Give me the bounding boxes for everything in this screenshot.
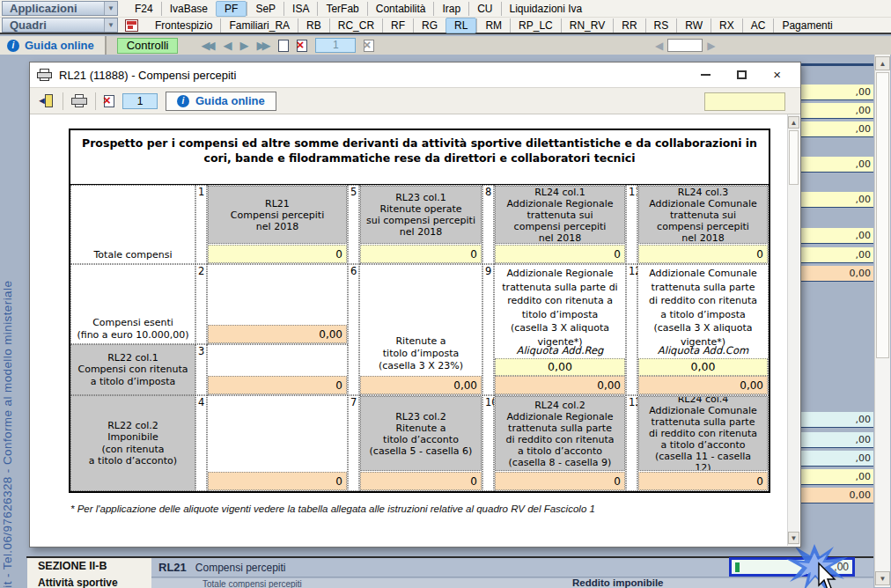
page-number-box[interactable]: 1	[315, 38, 356, 53]
prev-page-icon[interactable]: ◀	[223, 39, 232, 52]
form-field[interactable]: 0,00	[797, 266, 873, 282]
form-field[interactable]: ,00	[797, 103, 873, 119]
dialog-scrollbar[interactable]: ▲ ▼	[787, 114, 799, 546]
chevron-down-icon[interactable]: ▼	[104, 18, 117, 32]
scroll-down-icon[interactable]: ▼	[875, 571, 890, 585]
form-field[interactable]: ,00	[797, 121, 873, 137]
tab[interactable]: ISA	[284, 2, 317, 16]
new-page-icon[interactable]	[278, 40, 289, 52]
form-field-value: ,00	[856, 434, 872, 445]
controlli-button[interactable]: Controlli	[117, 38, 179, 54]
last-page-icon[interactable]: ▶▶	[256, 39, 270, 52]
tab[interactable]: Liquidazioni Iva	[501, 2, 591, 16]
form-field[interactable]: ,00	[797, 157, 873, 173]
tab[interactable]: Frontespizio	[147, 18, 220, 33]
tab[interactable]: RC_CR	[329, 18, 382, 33]
cell-title: RL23 col.1 Ritenute operate sui compensi…	[360, 186, 482, 244]
section-title: SEZIONE II-B	[38, 560, 151, 572]
pager-value-box[interactable]	[667, 39, 703, 52]
tab[interactable]: RN_RV	[561, 18, 613, 33]
tab[interactable]: RL	[446, 18, 476, 33]
rl24col1-input[interactable]: 0	[495, 245, 625, 263]
x-icon: ×	[103, 92, 111, 107]
tab[interactable]: PF	[216, 1, 247, 17]
text-caret	[735, 562, 740, 572]
tab-label: RL	[454, 19, 468, 32]
tab[interactable]: RX	[711, 18, 742, 33]
print-icon[interactable]	[71, 94, 87, 107]
guida-online-button[interactable]: i Guida online	[0, 36, 107, 55]
cell-number: 11	[626, 185, 637, 264]
first-page-icon[interactable]: ◀◀	[201, 39, 215, 52]
dialog-guida-online-button[interactable]: i Guida online	[166, 92, 276, 111]
aliquota-addreg-input[interactable]: 0,00	[495, 358, 625, 376]
pager-left-icon[interactable]: ◀	[655, 40, 663, 52]
minimize-icon[interactable]	[701, 74, 711, 76]
exit-icon[interactable]: ◄	[37, 94, 55, 108]
tab[interactable]: RM	[476, 18, 510, 33]
tab[interactable]: IvaBase	[161, 2, 216, 16]
tab[interactable]: Irap	[433, 2, 468, 16]
tab[interactable]: SeP	[247, 2, 284, 16]
tab[interactable]: RR	[613, 18, 644, 33]
rl22col1-input[interactable]: 0	[208, 376, 347, 394]
tab[interactable]: Pagamenti	[773, 18, 840, 33]
tab[interactable]: RS	[645, 18, 677, 33]
scrollbar-thumb[interactable]	[789, 130, 799, 185]
tab-label: TerFab	[326, 3, 358, 15]
tab-label: Pagamenti	[782, 19, 832, 32]
form-field[interactable]: ,00	[797, 412, 873, 428]
scrollbar-thumb[interactable]	[876, 72, 889, 358]
cell-title: RL21 Compensi percepiti nel 2018	[208, 186, 347, 244]
dialog-titlebar[interactable]: RL21 (11888) - Compensi percepiti ×	[30, 62, 800, 87]
rl21-input[interactable]: 0	[208, 245, 347, 263]
chevron-down-icon[interactable]: ▼	[104, 2, 117, 15]
form-field[interactable]: ,00	[797, 85, 873, 100]
print-form-icon[interactable]	[125, 19, 138, 32]
tab[interactable]: Familiari_RA	[220, 18, 298, 33]
compensi-esenti-input[interactable]: 0,00	[208, 325, 347, 343]
ritenute-imposta-input[interactable]: 0,00	[360, 376, 482, 394]
tab[interactable]: AC	[742, 18, 774, 33]
tab[interactable]: TerFab	[317, 2, 366, 16]
rl24col3-input[interactable]: 0	[638, 245, 768, 263]
form-field[interactable]: ,00	[797, 432, 873, 448]
form-field[interactable]: ,00	[797, 192, 873, 208]
dialog-page-number-box[interactable]: 1	[122, 93, 158, 109]
tab[interactable]: RB	[298, 18, 329, 33]
delete-page-icon[interactable]: ×	[297, 40, 307, 52]
rl24col2-input[interactable]: 0	[495, 472, 625, 490]
rl24col4-input[interactable]: 0	[638, 472, 768, 490]
rl22col2-input[interactable]: 0	[208, 472, 347, 490]
applicazioni-dropdown[interactable]: Applicazioni ▼	[2, 1, 118, 16]
addreg-imposta-input[interactable]: 0,00	[495, 376, 625, 394]
tab[interactable]: RP_LC	[510, 18, 561, 33]
close-icon[interactable]: ×	[773, 70, 781, 79]
aliquota-addcom-input[interactable]: 0,00	[638, 358, 768, 376]
main-scrollbar[interactable]: ▲ ▼	[874, 55, 890, 587]
section-subtitle: Attività sportive	[38, 577, 151, 588]
form-field[interactable]: ,00	[797, 469, 873, 485]
form-field[interactable]: ,00	[797, 451, 873, 467]
delete-page-icon[interactable]: ×	[104, 95, 114, 107]
quadri-dropdown[interactable]: Quadri ▼	[2, 18, 118, 33]
tab[interactable]: RG	[413, 18, 446, 33]
form-field[interactable]: 0,00	[797, 488, 873, 503]
maximize-icon[interactable]	[737, 70, 747, 79]
tab[interactable]: RF	[382, 18, 413, 33]
tab-label: AC	[751, 19, 766, 32]
tab[interactable]: Contabilità	[367, 2, 434, 16]
form-field[interactable]: ,00	[797, 228, 873, 244]
scroll-up-icon[interactable]: ▲	[788, 116, 799, 129]
scroll-down-icon[interactable]: ▼	[788, 532, 799, 544]
pager-right-icon[interactable]: ▶	[707, 40, 715, 52]
tab[interactable]: F24	[127, 2, 161, 16]
form-field[interactable]: ,00	[797, 247, 873, 263]
next-page-icon[interactable]: ▶	[239, 39, 248, 52]
scroll-up-icon[interactable]: ▲	[875, 56, 890, 70]
tab[interactable]: RW	[676, 18, 711, 33]
rl23col2-input[interactable]: 0	[360, 472, 482, 490]
addcom-imposta-input[interactable]: 0,00	[638, 376, 768, 394]
rl23col1-input[interactable]: 0	[360, 245, 482, 263]
tab[interactable]: CU	[468, 2, 500, 16]
